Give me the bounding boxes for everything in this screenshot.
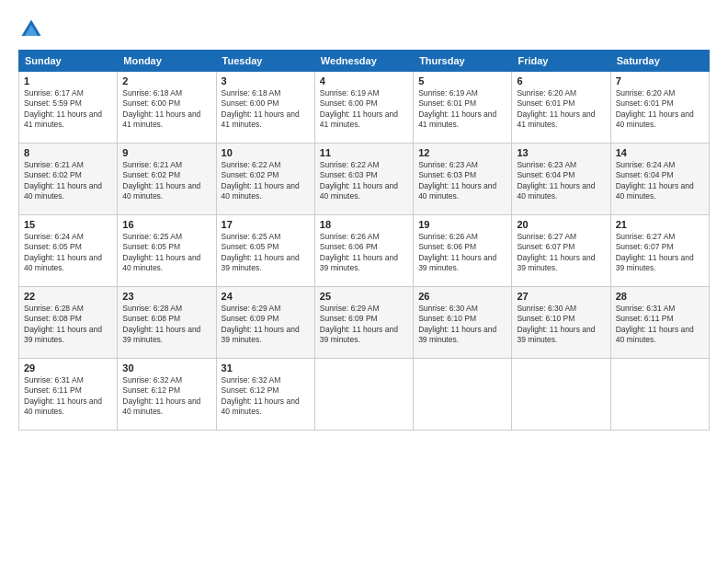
calendar-cell: 19Sunrise: 6:26 AMSunset: 6:06 PMDayligh… [414, 215, 512, 287]
day-number: 10 [222, 147, 310, 158]
day-number: 4 [320, 75, 408, 86]
calendar-cell: 16Sunrise: 6:25 AMSunset: 6:05 PMDayligh… [118, 215, 216, 287]
calendar-cell: 6Sunrise: 6:20 AMSunset: 6:01 PMDaylight… [512, 72, 610, 144]
day-info: Sunrise: 6:27 AMSunset: 6:07 PMDaylight:… [517, 232, 605, 274]
day-info: Sunrise: 6:28 AMSunset: 6:08 PMDaylight:… [24, 304, 112, 346]
day-number: 16 [122, 219, 210, 230]
day-info: Sunrise: 6:30 AMSunset: 6:10 PMDaylight:… [418, 304, 506, 346]
day-info: Sunrise: 6:18 AMSunset: 6:00 PMDaylight:… [122, 88, 210, 131]
day-number: 26 [418, 291, 506, 302]
calendar-cell: 5Sunrise: 6:19 AMSunset: 6:01 PMDaylight… [414, 72, 512, 144]
calendar-table: Sunday Monday Tuesday Wednesday Thursday… [18, 50, 710, 431]
day-number: 6 [517, 75, 605, 86]
day-info: Sunrise: 6:21 AMSunset: 6:02 PMDaylight:… [24, 160, 112, 202]
page: Sunday Monday Tuesday Wednesday Thursday… [0, 0, 728, 563]
day-info: Sunrise: 6:19 AMSunset: 6:00 PMDaylight:… [320, 88, 408, 131]
calendar-week-4: 22Sunrise: 6:28 AMSunset: 6:08 PMDayligh… [19, 287, 710, 359]
day-info: Sunrise: 6:17 AMSunset: 5:59 PMDaylight:… [24, 88, 112, 131]
calendar-cell: 31Sunrise: 6:32 AMSunset: 6:12 PMDayligh… [216, 359, 314, 431]
calendar-week-5: 29Sunrise: 6:31 AMSunset: 6:11 PMDayligh… [19, 359, 710, 431]
day-number: 9 [122, 147, 210, 158]
day-number: 11 [320, 147, 408, 158]
header-saturday: Saturday [610, 51, 709, 72]
calendar-cell: 20Sunrise: 6:27 AMSunset: 6:07 PMDayligh… [512, 215, 610, 287]
calendar-body: 1Sunrise: 6:17 AMSunset: 5:59 PMDaylight… [19, 72, 710, 431]
day-info: Sunrise: 6:24 AMSunset: 6:05 PMDaylight:… [24, 232, 112, 274]
day-number: 7 [616, 75, 704, 86]
day-info: Sunrise: 6:20 AMSunset: 6:01 PMDaylight:… [517, 88, 605, 131]
day-info: Sunrise: 6:32 AMSunset: 6:12 PMDaylight:… [222, 375, 310, 418]
calendar-cell: 26Sunrise: 6:30 AMSunset: 6:10 PMDayligh… [414, 287, 512, 359]
header-friday: Friday [512, 51, 610, 72]
day-number: 23 [122, 291, 210, 302]
day-info: Sunrise: 6:29 AMSunset: 6:09 PMDaylight:… [320, 304, 408, 346]
calendar-cell: 3Sunrise: 6:18 AMSunset: 6:00 PMDaylight… [216, 72, 314, 144]
calendar-cell [314, 359, 413, 431]
day-info: Sunrise: 6:25 AMSunset: 6:05 PMDaylight:… [222, 232, 310, 274]
calendar-cell: 21Sunrise: 6:27 AMSunset: 6:07 PMDayligh… [610, 215, 709, 287]
day-info: Sunrise: 6:24 AMSunset: 6:04 PMDaylight:… [616, 160, 704, 202]
calendar-cell: 8Sunrise: 6:21 AMSunset: 6:02 PMDaylight… [19, 144, 118, 215]
calendar-cell: 30Sunrise: 6:32 AMSunset: 6:12 PMDayligh… [118, 359, 216, 431]
calendar-cell: 15Sunrise: 6:24 AMSunset: 6:05 PMDayligh… [19, 215, 118, 287]
calendar-header-row: Sunday Monday Tuesday Wednesday Thursday… [19, 51, 710, 72]
day-number: 2 [122, 75, 210, 86]
day-number: 30 [122, 362, 210, 373]
day-number: 27 [517, 291, 605, 302]
calendar-cell: 7Sunrise: 6:20 AMSunset: 6:01 PMDaylight… [610, 72, 709, 144]
calendar-cell: 10Sunrise: 6:22 AMSunset: 6:02 PMDayligh… [216, 144, 314, 215]
header-thursday: Thursday [414, 51, 512, 72]
calendar-cell: 12Sunrise: 6:23 AMSunset: 6:03 PMDayligh… [414, 144, 512, 215]
day-info: Sunrise: 6:31 AMSunset: 6:11 PMDaylight:… [616, 304, 704, 346]
calendar-cell [610, 359, 709, 431]
header [18, 17, 710, 42]
day-number: 20 [517, 219, 605, 230]
calendar-week-3: 15Sunrise: 6:24 AMSunset: 6:05 PMDayligh… [19, 215, 710, 287]
calendar-cell: 17Sunrise: 6:25 AMSunset: 6:05 PMDayligh… [216, 215, 314, 287]
calendar-cell: 4Sunrise: 6:19 AMSunset: 6:00 PMDaylight… [314, 72, 413, 144]
calendar-cell: 22Sunrise: 6:28 AMSunset: 6:08 PMDayligh… [19, 287, 118, 359]
day-number: 19 [418, 219, 506, 230]
day-info: Sunrise: 6:26 AMSunset: 6:06 PMDaylight:… [418, 232, 506, 274]
day-number: 5 [418, 75, 506, 86]
day-number: 25 [320, 291, 408, 302]
day-number: 3 [222, 75, 310, 86]
day-info: Sunrise: 6:31 AMSunset: 6:11 PMDaylight:… [24, 375, 112, 418]
day-number: 22 [24, 291, 112, 302]
day-info: Sunrise: 6:27 AMSunset: 6:07 PMDaylight:… [616, 232, 704, 274]
day-info: Sunrise: 6:23 AMSunset: 6:03 PMDaylight:… [418, 160, 506, 202]
day-number: 14 [616, 147, 704, 158]
day-number: 21 [616, 219, 704, 230]
calendar-cell: 1Sunrise: 6:17 AMSunset: 5:59 PMDaylight… [19, 72, 118, 144]
header-wednesday: Wednesday [314, 51, 413, 72]
day-info: Sunrise: 6:30 AMSunset: 6:10 PMDaylight:… [517, 304, 605, 346]
day-number: 12 [418, 147, 506, 158]
day-info: Sunrise: 6:32 AMSunset: 6:12 PMDaylight:… [122, 375, 210, 418]
calendar-cell: 18Sunrise: 6:26 AMSunset: 6:06 PMDayligh… [314, 215, 413, 287]
day-info: Sunrise: 6:23 AMSunset: 6:04 PMDaylight:… [517, 160, 605, 202]
calendar-cell: 11Sunrise: 6:22 AMSunset: 6:03 PMDayligh… [314, 144, 413, 215]
calendar-cell: 29Sunrise: 6:31 AMSunset: 6:11 PMDayligh… [19, 359, 118, 431]
calendar-cell: 13Sunrise: 6:23 AMSunset: 6:04 PMDayligh… [512, 144, 610, 215]
day-info: Sunrise: 6:20 AMSunset: 6:01 PMDaylight:… [616, 88, 704, 131]
day-number: 15 [24, 219, 112, 230]
day-info: Sunrise: 6:29 AMSunset: 6:09 PMDaylight:… [222, 304, 310, 346]
calendar-cell: 2Sunrise: 6:18 AMSunset: 6:00 PMDaylight… [118, 72, 216, 144]
day-info: Sunrise: 6:22 AMSunset: 6:02 PMDaylight:… [222, 160, 310, 202]
day-info: Sunrise: 6:28 AMSunset: 6:08 PMDaylight:… [122, 304, 210, 346]
calendar-cell: 23Sunrise: 6:28 AMSunset: 6:08 PMDayligh… [118, 287, 216, 359]
day-number: 28 [616, 291, 704, 302]
calendar-cell: 9Sunrise: 6:21 AMSunset: 6:02 PMDaylight… [118, 144, 216, 215]
calendar-cell: 27Sunrise: 6:30 AMSunset: 6:10 PMDayligh… [512, 287, 610, 359]
day-number: 24 [222, 291, 310, 302]
header-sunday: Sunday [19, 51, 118, 72]
day-number: 17 [222, 219, 310, 230]
calendar-cell: 25Sunrise: 6:29 AMSunset: 6:09 PMDayligh… [314, 287, 413, 359]
header-monday: Monday [118, 51, 216, 72]
day-number: 29 [24, 362, 112, 373]
day-info: Sunrise: 6:22 AMSunset: 6:03 PMDaylight:… [320, 160, 408, 202]
calendar-week-2: 8Sunrise: 6:21 AMSunset: 6:02 PMDaylight… [19, 144, 710, 215]
calendar-cell: 28Sunrise: 6:31 AMSunset: 6:11 PMDayligh… [610, 287, 709, 359]
day-info: Sunrise: 6:25 AMSunset: 6:05 PMDaylight:… [122, 232, 210, 274]
logo-icon [18, 17, 44, 42]
